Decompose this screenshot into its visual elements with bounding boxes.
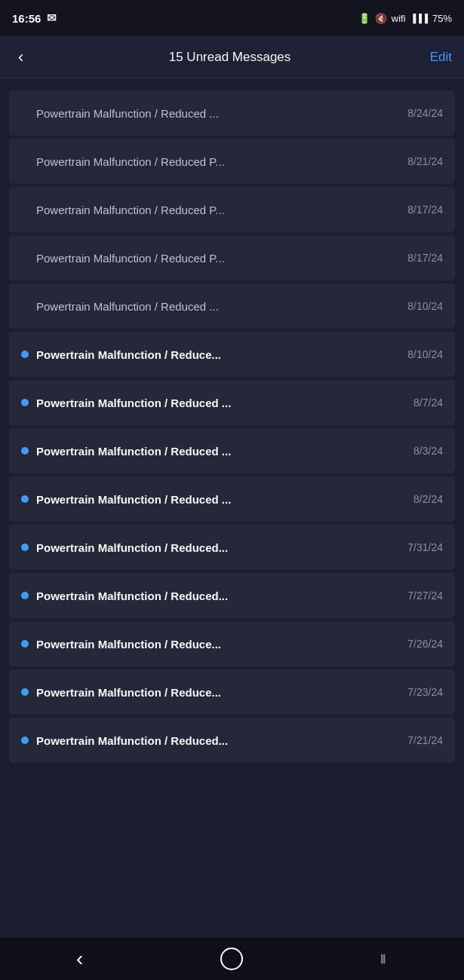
message-left-10: Powertrain Malfunction / Reduced... <box>21 541 398 554</box>
message-left-4: Powertrain Malfunction / Reduced P... <box>21 252 398 265</box>
list-item[interactable]: Powertrain Malfunction / Reduced P...8/2… <box>9 139 455 184</box>
unread-indicator <box>21 447 29 455</box>
message-left-2: Powertrain Malfunction / Reduced P... <box>21 155 398 168</box>
unread-indicator <box>21 737 29 744</box>
back-nav-button[interactable]: ‹ <box>61 941 98 977</box>
message-date: 8/2/24 <box>413 493 443 505</box>
message-left-1: Powertrain Malfunction / Reduced ... <box>21 107 398 120</box>
list-item[interactable]: Powertrain Malfunction / Reduced ...8/7/… <box>9 380 455 425</box>
message-date: 8/7/24 <box>413 397 443 409</box>
message-date: 8/10/24 <box>407 300 443 312</box>
message-date: 8/17/24 <box>407 252 443 264</box>
battery-icon: 🔋 <box>358 13 370 24</box>
message-left-7: Powertrain Malfunction / Reduced ... <box>21 397 404 409</box>
message-left-9: Powertrain Malfunction / Reduced ... <box>21 493 404 506</box>
recents-nav-button[interactable]: ⦀ <box>365 945 403 973</box>
message-date: 8/17/24 <box>407 204 443 216</box>
home-nav-button[interactable] <box>220 948 243 970</box>
back-button[interactable]: ‹ <box>12 44 29 70</box>
bottom-nav-bar: ‹ ⦀ <box>0 938 464 980</box>
list-item[interactable]: Powertrain Malfunction / Reduced ...8/3/… <box>9 428 455 473</box>
unread-indicator <box>21 544 29 551</box>
message-date: 8/10/24 <box>407 348 443 360</box>
unread-indicator <box>21 399 29 406</box>
list-item[interactable]: Powertrain Malfunction / Reduce...7/26/2… <box>9 621 455 666</box>
message-left-8: Powertrain Malfunction / Reduced ... <box>21 445 404 458</box>
unread-indicator <box>21 592 29 599</box>
status-time: 16:56 <box>12 12 41 25</box>
message-title: Powertrain Malfunction / Reduced P... <box>36 252 398 265</box>
message-date: 8/3/24 <box>413 445 443 457</box>
status-right: 🔋 🔇 wifi ▐▐▐ 75% <box>358 13 452 24</box>
message-date: 7/27/24 <box>407 590 443 602</box>
wifi-icon: wifi <box>392 13 406 24</box>
list-item[interactable]: Powertrain Malfunction / Reduced...7/21/… <box>9 718 455 763</box>
nav-bar: ‹ 15 Unread Messages Edit <box>0 36 464 78</box>
edit-button[interactable]: Edit <box>430 50 452 65</box>
unread-indicator <box>21 688 29 696</box>
message-left-11: Powertrain Malfunction / Reduced... <box>21 590 398 602</box>
message-left-5: Powertrain Malfunction / Reduced ... <box>21 300 398 313</box>
message-title: Powertrain Malfunction / Reduce... <box>36 348 398 361</box>
message-title: Powertrain Malfunction / Reduced... <box>36 541 398 554</box>
message-title: Powertrain Malfunction / Reduced ... <box>36 107 398 120</box>
message-list: Powertrain Malfunction / Reduced ...8/24… <box>0 78 464 938</box>
message-date: 7/23/24 <box>407 686 443 698</box>
status-left: 16:56 ✉ <box>12 11 57 25</box>
list-item[interactable]: Powertrain Malfunction / Reduce...8/10/2… <box>9 332 455 377</box>
list-item[interactable]: Powertrain Malfunction / Reduced P...8/1… <box>9 187 455 232</box>
list-item[interactable]: Powertrain Malfunction / Reduced ...8/2/… <box>9 476 455 522</box>
signal-icon: ▐▐▐ <box>410 14 428 23</box>
unread-indicator <box>21 351 29 358</box>
message-title: Powertrain Malfunction / Reduce... <box>36 638 398 651</box>
message-left-13: Powertrain Malfunction / Reduce... <box>21 686 398 699</box>
unread-indicator <box>21 640 29 648</box>
message-title: Powertrain Malfunction / Reduce... <box>36 686 398 699</box>
mail-icon: ✉ <box>47 11 57 25</box>
message-date: 8/21/24 <box>407 155 443 167</box>
status-bar: 16:56 ✉ 🔋 🔇 wifi ▐▐▐ 75% <box>0 0 464 36</box>
message-title: Powertrain Malfunction / Reduced ... <box>36 493 404 506</box>
list-item[interactable]: Powertrain Malfunction / Reduced ...8/24… <box>9 90 455 136</box>
message-title: Powertrain Malfunction / Reduced P... <box>36 155 398 168</box>
message-date: 7/21/24 <box>407 734 443 746</box>
message-title: Powertrain Malfunction / Reduced... <box>36 734 398 747</box>
message-date: 7/31/24 <box>407 541 443 553</box>
message-left-14: Powertrain Malfunction / Reduced... <box>21 734 398 747</box>
list-item[interactable]: Powertrain Malfunction / Reduce...7/23/2… <box>9 669 455 715</box>
message-left-3: Powertrain Malfunction / Reduced P... <box>21 204 398 216</box>
list-item[interactable]: Powertrain Malfunction / Reduced...7/31/… <box>9 525 455 570</box>
unread-indicator <box>21 495 29 503</box>
message-date: 7/26/24 <box>407 638 443 650</box>
message-left-6: Powertrain Malfunction / Reduce... <box>21 348 398 361</box>
list-item[interactable]: Powertrain Malfunction / Reduced...7/27/… <box>9 573 455 618</box>
message-title: Powertrain Malfunction / Reduced ... <box>36 397 404 409</box>
message-title: Powertrain Malfunction / Reduced ... <box>36 445 404 458</box>
page-title: 15 Unread Messages <box>169 50 291 65</box>
message-title: Powertrain Malfunction / Reduced P... <box>36 204 398 216</box>
message-left-12: Powertrain Malfunction / Reduce... <box>21 638 398 651</box>
battery-percent: 75% <box>432 13 452 24</box>
mute-icon: 🔇 <box>375 13 387 24</box>
message-title: Powertrain Malfunction / Reduced ... <box>36 300 398 313</box>
message-title: Powertrain Malfunction / Reduced... <box>36 590 398 602</box>
list-item[interactable]: Powertrain Malfunction / Reduced ...8/10… <box>9 283 455 329</box>
message-date: 8/24/24 <box>407 107 443 119</box>
list-item[interactable]: Powertrain Malfunction / Reduced P...8/1… <box>9 235 455 280</box>
